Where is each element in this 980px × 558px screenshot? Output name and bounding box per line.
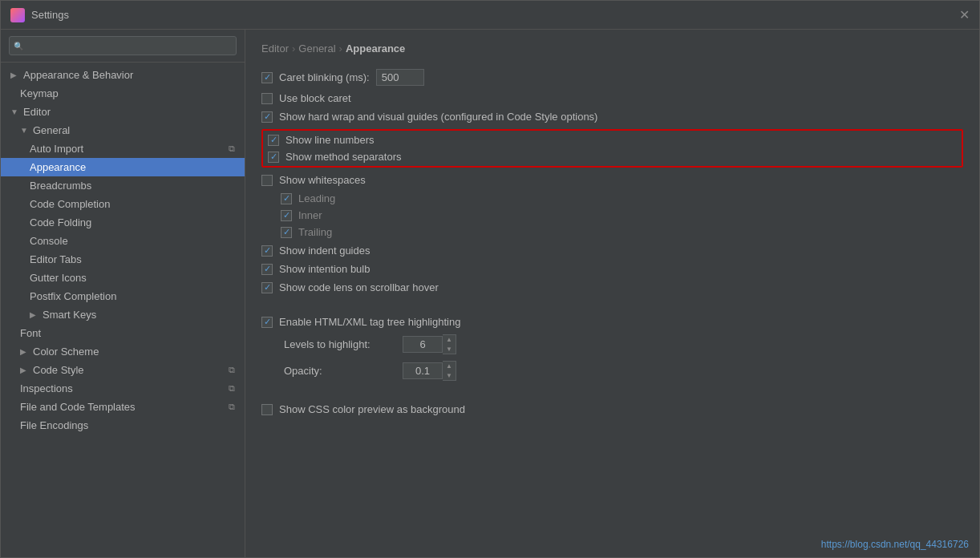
sidebar-label: Code Style [33, 364, 84, 376]
sidebar-item-file-encodings[interactable]: File Encodings [1, 416, 245, 435]
show-code-lens-row: Show code lens on scrollbar hover [261, 281, 963, 293]
sidebar-item-editor[interactable]: ▼ Editor [1, 103, 245, 121]
window-title: Settings [31, 9, 69, 21]
caret-blinking-input[interactable] [376, 69, 424, 86]
sidebar-item-font[interactable]: Font [1, 324, 245, 342]
show-whitespaces-label: Show whitespaces [279, 174, 366, 186]
caret-blinking-row: Caret blinking (ms): [261, 69, 963, 86]
levels-up-arrow[interactable]: ▲ [443, 335, 456, 345]
show-whitespaces-row: Show whitespaces [261, 174, 963, 186]
separator-2: › [339, 42, 342, 55]
show-method-separators-label: Show method separators [285, 151, 402, 163]
sidebar-label: Code Folding [30, 216, 91, 228]
show-line-numbers-checkbox[interactable] [268, 135, 279, 146]
sidebar-item-file-code-templates[interactable]: File and Code Templates ⧉ [1, 398, 245, 416]
opacity-label: Opacity: [284, 365, 396, 377]
show-method-separators-row: Show method separators [268, 151, 957, 163]
sidebar-item-smart-keys[interactable]: ▶ Smart Keys [1, 305, 245, 324]
sidebar-item-code-completion[interactable]: Code Completion [1, 195, 245, 213]
sidebar-label: Code Completion [30, 198, 110, 210]
use-block-caret-row: Use block caret [261, 92, 963, 104]
title-bar-left: Settings [10, 8, 69, 22]
show-hard-wrap-checkbox[interactable] [261, 111, 273, 123]
sidebar-label: Appearance [30, 161, 86, 173]
sidebar-label: Gutter Icons [30, 272, 87, 284]
show-css-color-checkbox[interactable] [261, 404, 273, 415]
arrow-icon: ▶ [20, 347, 30, 356]
sidebar-label: File Encodings [20, 419, 88, 431]
show-indent-guides-checkbox[interactable] [261, 245, 273, 257]
sidebar-label: Smart Keys [43, 309, 96, 321]
sidebar-item-postfix-completion[interactable]: Postfix Completion [1, 287, 245, 305]
show-whitespaces-checkbox[interactable] [261, 175, 273, 186]
copy-icon: ⧉ [229, 365, 235, 375]
arrow-icon: ▶ [10, 71, 20, 79]
search-input[interactable] [9, 36, 237, 55]
breadcrumb: Editor › General › Appearance [261, 42, 963, 55]
search-wrapper [9, 36, 237, 55]
sidebar-label: Editor Tabs [30, 253, 82, 265]
arrow-icon: ▼ [20, 126, 30, 135]
sidebar-item-appearance[interactable]: Appearance [1, 158, 245, 176]
separator-1: › [292, 42, 295, 55]
sidebar-label: Appearance & Behavior [23, 69, 133, 81]
show-intention-bulb-checkbox[interactable] [261, 264, 273, 275]
opacity-spinner: ▲ ▼ [403, 361, 456, 381]
breadcrumb-current: Appearance [346, 42, 405, 55]
sidebar-label: Editor [23, 106, 51, 118]
use-block-caret-checkbox[interactable] [261, 93, 273, 104]
highlight-box: Show line numbers Show method separators [261, 129, 963, 168]
caret-blinking-checkbox[interactable] [261, 72, 273, 83]
opacity-down-arrow[interactable]: ▼ [443, 371, 456, 381]
sidebar-label: Breadcrumbs [30, 180, 91, 192]
inner-row: Inner [281, 209, 963, 221]
settings-group: Caret blinking (ms): Use block caret Sho… [261, 69, 963, 415]
opacity-input[interactable] [403, 362, 443, 379]
show-code-lens-checkbox[interactable] [261, 282, 273, 293]
content-panel: Editor › General › Appearance Caret blin… [245, 30, 979, 557]
sidebar-label: Color Scheme [33, 346, 99, 358]
show-method-separators-checkbox[interactable] [268, 152, 279, 163]
sidebar-item-code-folding[interactable]: Code Folding [1, 213, 245, 232]
sidebar-item-appearance-behavior[interactable]: ▶ Appearance & Behavior [1, 66, 245, 84]
title-bar: Settings ✕ [1, 1, 979, 30]
sidebar-item-editor-tabs[interactable]: Editor Tabs [1, 250, 245, 269]
caret-blinking-label: Caret blinking (ms): [279, 71, 370, 83]
sidebar-label: Postfix Completion [30, 290, 116, 302]
levels-input[interactable] [403, 336, 443, 353]
show-hard-wrap-label: Show hard wrap and visual guides (config… [279, 111, 597, 123]
leading-label: Leading [298, 192, 335, 204]
inner-checkbox[interactable] [281, 210, 292, 221]
levels-down-arrow[interactable]: ▼ [443, 345, 456, 354]
copy-icon: ⧉ [229, 383, 235, 394]
copy-icon: ⧉ [229, 402, 235, 412]
settings-window: Settings ✕ ▶ Appearance & Behavior Keyma… [0, 0, 980, 558]
close-button[interactable]: ✕ [959, 9, 970, 22]
leading-checkbox[interactable] [281, 193, 292, 204]
sidebar-item-auto-import[interactable]: Auto Import ⧉ [1, 140, 245, 158]
footer-url: https://blog.csdn.net/qq_44316726 [821, 538, 969, 550]
show-indent-guides-row: Show indent guides [261, 245, 963, 257]
arrow-icon: ▼ [10, 107, 20, 116]
inner-label: Inner [298, 209, 322, 221]
sidebar-item-general[interactable]: ▼ General [1, 121, 245, 140]
show-css-color-row: Show CSS color preview as background [261, 403, 963, 415]
enable-html-xml-checkbox[interactable] [261, 317, 273, 328]
sidebar-item-inspections[interactable]: Inspections ⧉ [1, 379, 245, 398]
trailing-checkbox[interactable] [281, 227, 292, 238]
sidebar-item-breadcrumbs[interactable]: Breadcrumbs [1, 176, 245, 195]
use-block-caret-label: Use block caret [279, 92, 351, 104]
opacity-up-arrow[interactable]: ▲ [443, 362, 456, 371]
show-indent-guides-label: Show indent guides [279, 245, 370, 257]
sidebar-item-keymap[interactable]: Keymap [1, 84, 245, 103]
breadcrumb-editor: Editor [261, 42, 289, 55]
sidebar-item-color-scheme[interactable]: ▶ Color Scheme [1, 342, 245, 361]
trailing-row: Trailing [281, 226, 963, 238]
sidebar-tree: ▶ Appearance & Behavior Keymap ▼ Editor … [1, 63, 245, 557]
show-intention-bulb-label: Show intention bulb [279, 263, 370, 275]
main-content: ▶ Appearance & Behavior Keymap ▼ Editor … [1, 30, 979, 557]
sidebar-item-code-style[interactable]: ▶ Code Style ⧉ [1, 361, 245, 379]
sidebar-item-gutter-icons[interactable]: Gutter Icons [1, 269, 245, 287]
sidebar-item-console[interactable]: Console [1, 232, 245, 250]
arrow-icon: ▶ [30, 310, 39, 319]
